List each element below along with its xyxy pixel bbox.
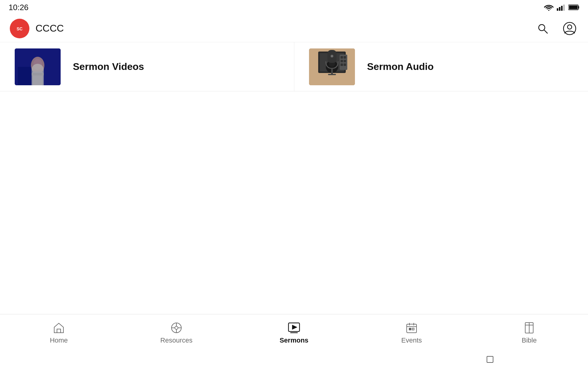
svg-rect-2: [559, 7, 560, 11]
svg-rect-20: [15, 48, 61, 85]
recents-icon: [486, 355, 494, 364]
nav-resources[interactable]: Resources: [118, 321, 235, 344]
svg-rect-33: [344, 56, 346, 59]
svg-point-12: [564, 22, 576, 35]
sermon-audio-item[interactable]: Sermon Audio: [294, 42, 588, 91]
svg-rect-32: [341, 56, 343, 59]
svg-rect-34: [341, 60, 343, 62]
nav-sermons-label: Sermons: [280, 336, 308, 344]
nav-bible[interactable]: Bible: [470, 321, 588, 344]
app-title: CCCC: [36, 23, 64, 34]
home-icon: [52, 321, 66, 335]
svg-point-40: [175, 326, 178, 329]
svg-rect-6: [578, 6, 579, 9]
app-bar: SC CCCC: [0, 15, 588, 42]
system-nav: [0, 351, 588, 368]
nav-home-label: Home: [50, 336, 68, 344]
nav-resources-label: Resources: [160, 336, 192, 344]
svg-point-58: [290, 356, 298, 363]
status-bar: 10:26: [0, 0, 588, 15]
svg-rect-37: [344, 63, 346, 66]
sermon-videos-thumbnail: [15, 48, 61, 85]
sermon-audio-thumbnail: [309, 48, 355, 85]
svg-rect-4: [563, 5, 565, 11]
app-bar-right: [534, 20, 578, 37]
battery-icon: [568, 4, 579, 11]
logo-icon: SC: [14, 23, 25, 34]
svg-rect-53: [412, 328, 414, 330]
svg-rect-17: [32, 71, 43, 85]
app-bar-left: SC CCCC: [10, 19, 64, 38]
sermon-video-image: [15, 48, 61, 85]
svg-point-0: [548, 10, 549, 11]
bible-icon: [522, 321, 536, 335]
empty-space: [0, 91, 588, 314]
search-icon: [536, 22, 549, 35]
resources-icon: [170, 321, 183, 335]
svg-marker-57: [96, 356, 100, 363]
events-icon: [405, 321, 418, 335]
svg-rect-35: [344, 60, 346, 62]
svg-point-13: [567, 25, 572, 29]
sermon-videos-label: Sermon Videos: [73, 61, 144, 72]
svg-rect-28: [328, 74, 336, 75]
status-icons: [544, 4, 579, 11]
svg-rect-1: [557, 8, 558, 11]
account-icon: [563, 22, 576, 35]
sermons-icon: [287, 321, 301, 335]
signal-icon: [557, 4, 565, 11]
sermon-videos-item[interactable]: Sermon Videos: [0, 42, 294, 91]
svg-rect-18: [32, 73, 44, 75]
svg-rect-7: [569, 6, 578, 9]
svg-marker-46: [292, 325, 296, 329]
account-button[interactable]: [561, 20, 578, 37]
nav-bible-label: Bible: [522, 336, 537, 344]
svg-point-10: [539, 25, 545, 31]
svg-rect-36: [341, 63, 343, 66]
back-icon: [93, 355, 103, 364]
svg-rect-48: [407, 324, 417, 333]
status-time: 10:26: [9, 3, 28, 12]
svg-point-30: [331, 55, 333, 57]
system-home-button[interactable]: [285, 351, 303, 368]
system-back-button[interactable]: [89, 351, 107, 368]
sermon-audio-image: [309, 48, 355, 85]
svg-rect-3: [561, 6, 563, 11]
system-home-icon: [290, 356, 298, 363]
svg-text:SC: SC: [17, 26, 22, 31]
svg-rect-52: [409, 328, 411, 330]
svg-rect-59: [487, 356, 493, 362]
search-button[interactable]: [534, 20, 551, 37]
bottom-nav: Home Resources Sermons: [0, 314, 588, 351]
svg-rect-38: [57, 329, 61, 333]
nav-home[interactable]: Home: [0, 321, 118, 344]
nav-sermons[interactable]: Sermons: [235, 321, 353, 344]
wifi-icon: [544, 4, 554, 11]
system-recents-button[interactable]: [481, 351, 499, 368]
svg-line-11: [544, 30, 548, 33]
app-logo: SC: [10, 19, 29, 38]
sermon-audio-label: Sermon Audio: [367, 61, 434, 72]
nav-events[interactable]: Events: [353, 321, 470, 344]
content-area: Sermon Videos: [0, 42, 588, 91]
nav-events-label: Events: [401, 336, 422, 344]
svg-rect-27: [331, 68, 333, 75]
